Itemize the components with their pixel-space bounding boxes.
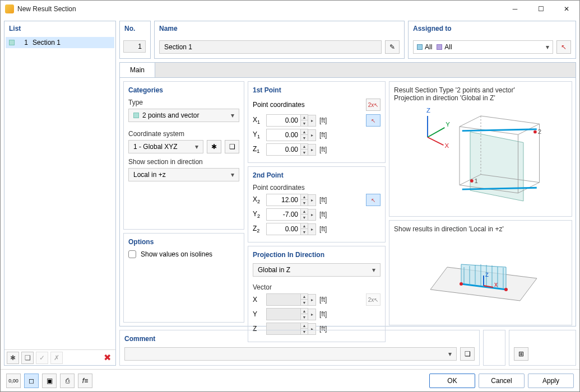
view-button[interactable]: ▣ (42, 374, 57, 388)
chevron-down-icon: ▾ (372, 266, 375, 274)
include-button[interactable]: ✓ (36, 352, 48, 364)
x1-input[interactable]: ▲▼▸ (266, 114, 316, 127)
close-button[interactable]: ✕ (554, 1, 579, 17)
categories-title: Categories (128, 86, 239, 94)
ok-button[interactable]: OK (429, 374, 475, 388)
list-item-index: 1 (19, 39, 28, 46)
new-cs-button[interactable]: ✱ (207, 140, 221, 153)
display-mode-button[interactable]: ◻ (24, 374, 39, 388)
new-item-button[interactable]: ✱ (7, 352, 19, 364)
chevron-down-icon: ▾ (546, 43, 549, 51)
color-swatch-icon (133, 113, 139, 118)
preview-tool-panel: ⊞ (509, 330, 576, 366)
dialog-window: New Result Section ─ ☐ ✕ List 1 Section … (0, 0, 580, 392)
list-header: List (4, 21, 115, 36)
svg-text:x: x (494, 281, 498, 288)
tab-main[interactable]: Main (120, 63, 155, 77)
comment-input[interactable]: ▾ (124, 347, 457, 361)
preview-title-a: Result Section Type '2 points and vector… (394, 86, 567, 94)
z2-input[interactable]: ▲▼▸ (266, 223, 316, 235)
edit-cs-button[interactable]: ❏ (225, 140, 239, 153)
projection-title: Projection In Direction (253, 251, 381, 259)
cube-icon (417, 44, 423, 50)
svg-text:2: 2 (537, 128, 541, 135)
minimize-button[interactable]: ─ (502, 1, 528, 17)
exclude-button[interactable]: ✗ (50, 352, 63, 364)
svg-point-31 (504, 288, 508, 291)
y2-input[interactable]: ▲▼▸ (266, 208, 316, 221)
script-button[interactable]: f≡ (78, 374, 92, 388)
preview-settings-button[interactable]: ⊞ (514, 347, 528, 361)
assigned-select[interactable]: All All ▾ (413, 40, 553, 54)
cs-label: Coordinate system (128, 130, 239, 138)
categories-group: Categories Type 2 points and vector ▾ Co… (123, 81, 244, 230)
chevron-down-icon: ▾ (231, 111, 234, 119)
comment-title: Comment (124, 335, 475, 343)
dir-select[interactable]: Local in +z ▾ (128, 168, 239, 181)
svg-point-17 (533, 130, 537, 134)
pick-assigned-button[interactable]: ↖ (556, 40, 571, 54)
options-title: Options (128, 238, 239, 246)
pick-vector-button: 2x↖ (366, 293, 381, 306)
comment-library-button[interactable]: ❏ (460, 347, 475, 361)
edit-name-button[interactable]: ✎ (385, 40, 400, 54)
preview-plane-icon: z x (408, 236, 554, 320)
type-label: Type (128, 99, 239, 106)
footer: 0,00 ◻ ▣ ⎙ f≡ OK Cancel Apply (1, 369, 579, 391)
assigned-panel: Assigned to All All ▾ ↖ (408, 21, 576, 59)
svg-marker-6 (470, 132, 523, 202)
name-panel: Name ✎ (154, 21, 405, 59)
pick-point2-button[interactable]: ↖ (366, 194, 381, 206)
cs-select[interactable]: 1 - Global XYZ ▾ (128, 140, 203, 153)
no-panel: No. (119, 21, 151, 59)
maximize-button[interactable]: ☐ (528, 1, 554, 17)
preview-top: Result Section Type '2 points and vector… (389, 81, 572, 217)
coord-label: Point coordinates (253, 184, 381, 192)
svg-text:Z: Z (426, 107, 430, 114)
point1-group: 1st Point Point coordinates 2x↖ X1 ▲▼▸ [… (248, 81, 386, 163)
svg-text:Y: Y (446, 121, 450, 128)
x2-input[interactable]: ▲▼▸ (266, 194, 316, 206)
chevron-down-icon: ▾ (231, 171, 234, 179)
app-icon (5, 4, 14, 13)
projection-select[interactable]: Global in Z ▾ (253, 263, 381, 277)
preview-cube-icon: Z Y X (408, 105, 554, 212)
vx-input: ▲▼▸ (266, 293, 316, 306)
window-title: New Result Section (17, 5, 502, 13)
preview-title-b: Projection in direction 'Global in Z' (394, 94, 567, 102)
options-group: Options Show values on isolines (123, 233, 244, 323)
isolines-checkbox[interactable] (128, 250, 136, 258)
chevron-down-icon: ▾ (195, 143, 198, 151)
delete-item-button[interactable]: ✖ (101, 352, 113, 364)
units-button[interactable]: 0,00 (6, 374, 21, 388)
vector-label: Vector (253, 283, 381, 291)
list-panel: List 1 Section 1 ✱ ❏ ✓ ✗ ✖ (4, 21, 116, 366)
list-item-label: Section 1 (33, 39, 61, 46)
no-input[interactable] (123, 40, 146, 53)
pick-point1-button[interactable]: ↖ (366, 114, 381, 127)
dir-label: Show section in direction (128, 158, 239, 166)
point2-title: 2nd Point (253, 171, 381, 179)
point2-group: 2nd Point Point coordinates X2 ▲▼▸ [ft] … (248, 166, 386, 242)
preview-bottom: Show results in direction 'Local in +z' (389, 220, 572, 325)
vy-input: ▲▼▸ (266, 308, 316, 320)
pick-two-points-button[interactable]: 2x↖ (366, 99, 381, 111)
cancel-button[interactable]: Cancel (479, 374, 525, 388)
copy-item-button[interactable]: ❏ (21, 352, 34, 364)
y1-input[interactable]: ▲▼▸ (266, 129, 316, 141)
name-input[interactable] (159, 40, 382, 54)
apply-button[interactable]: Apply (528, 374, 574, 388)
svg-text:z: z (485, 270, 489, 278)
type-select[interactable]: 2 points and vector ▾ (128, 109, 239, 122)
svg-point-30 (460, 282, 463, 286)
assigned-label: Assigned to (409, 21, 576, 36)
coord-label: Point coordinates (253, 101, 305, 109)
svg-line-4 (428, 137, 444, 145)
z1-input[interactable]: ▲▼▸ (266, 143, 316, 156)
titlebar: New Result Section ─ ☐ ✕ (1, 1, 579, 17)
list-item[interactable]: 1 Section 1 (6, 37, 114, 48)
svg-point-15 (470, 179, 474, 183)
side-tool-panel (483, 330, 505, 366)
tree-button[interactable]: ⎙ (60, 374, 75, 388)
svg-line-2 (428, 128, 444, 137)
